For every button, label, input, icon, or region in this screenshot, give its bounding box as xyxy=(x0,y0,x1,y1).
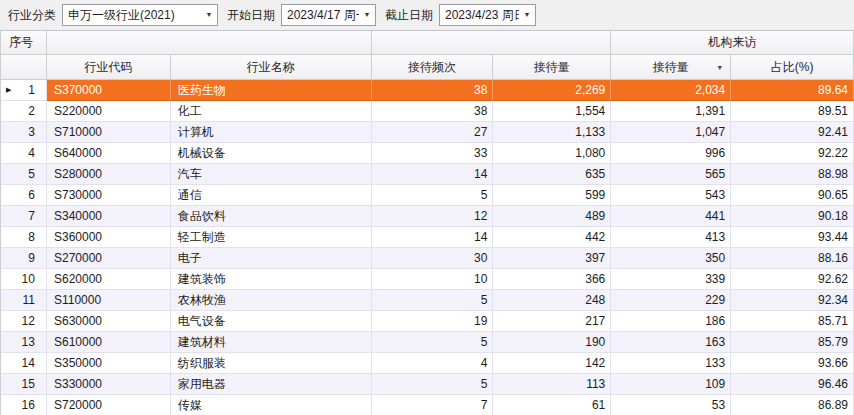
column-header-reception-frequency[interactable]: 接待频次 xyxy=(372,55,494,80)
column-header-org-reception-volume-label: 接待量 xyxy=(653,59,689,76)
cell-industry-code: S330000 xyxy=(47,374,171,395)
cell-industry-code-text: S350000 xyxy=(54,356,102,370)
cell-reception-volume-text: 2,269 xyxy=(575,83,605,97)
cell-seq-text: 15 xyxy=(22,377,35,391)
start-date-picker[interactable]: 2023/4/17 周一 ▼ xyxy=(281,4,376,26)
cell-reception-volume: 1,080 xyxy=(493,143,611,164)
table-row[interactable]: 16S720000传媒7615386.89 xyxy=(1,395,854,415)
cell-reception-frequency: 5 xyxy=(372,290,494,311)
cell-reception-volume-text: 142 xyxy=(585,356,605,370)
cell-org-reception-volume: 441 xyxy=(611,206,731,227)
chevron-down-icon[interactable]: ▼ xyxy=(201,4,217,26)
cell-org-reception-volume: 2,034 xyxy=(611,80,731,101)
cell-industry-code-text: S330000 xyxy=(54,377,102,391)
column-header-industry-name[interactable]: 行业名称 xyxy=(171,55,372,80)
cell-org-ratio: 93.44 xyxy=(731,227,854,248)
cell-org-reception-volume-text: 996 xyxy=(705,146,725,160)
industry-class-combobox[interactable]: 申万一级行业(2021) ▼ xyxy=(62,4,218,26)
cell-reception-volume: 217 xyxy=(493,311,611,332)
cell-reception-volume: 442 xyxy=(493,227,611,248)
table-row[interactable]: 11S110000农林牧渔524822992.34 xyxy=(1,290,854,311)
cell-industry-code: S620000 xyxy=(47,269,171,290)
cell-industry-name: 电子 xyxy=(171,248,372,269)
cell-industry-code-text: S620000 xyxy=(54,272,102,286)
cell-reception-frequency: 33 xyxy=(372,143,494,164)
table-row[interactable]: 10S620000建筑装饰1036633992.62 xyxy=(1,269,854,290)
cell-reception-frequency-text: 5 xyxy=(481,377,488,391)
cell-reception-volume-text: 1,133 xyxy=(575,125,605,139)
table-row[interactable]: 14S350000纺织服装414213393.66 xyxy=(1,353,854,374)
cell-reception-frequency: 10 xyxy=(372,269,494,290)
cell-org-reception-volume-text: 163 xyxy=(705,335,725,349)
end-date-label: 截止日期 xyxy=(385,7,433,24)
cell-industry-name-text: 家用电器 xyxy=(178,376,226,393)
table-row[interactable]: 4S640000机械设备331,08099692.22 xyxy=(1,143,854,164)
table-row[interactable]: 3S710000计算机271,1331,04792.41 xyxy=(1,122,854,143)
table-row[interactable]: 13S610000建筑材料519016385.79 xyxy=(1,332,854,353)
cell-industry-code-text: S280000 xyxy=(54,167,102,181)
cell-org-reception-volume: 413 xyxy=(611,227,731,248)
cell-seq: 16 xyxy=(1,395,47,415)
cell-industry-code-text: S630000 xyxy=(54,314,102,328)
cell-reception-frequency-text: 12 xyxy=(474,209,487,223)
cell-org-reception-volume: 350 xyxy=(611,248,731,269)
table-row[interactable]: 5S280000汽车1463556588.98 xyxy=(1,164,854,185)
cell-org-reception-volume-text: 543 xyxy=(705,188,725,202)
cell-reception-frequency: 38 xyxy=(372,101,494,122)
table-row[interactable]: 12S630000电气设备1921718685.71 xyxy=(1,311,854,332)
cell-reception-frequency: 30 xyxy=(372,248,494,269)
cell-org-ratio-text: 90.65 xyxy=(818,188,848,202)
cell-reception-frequency: 4 xyxy=(372,353,494,374)
table-row[interactable]: 15S330000家用电器511310996.46 xyxy=(1,374,854,395)
cell-industry-name: 传媒 xyxy=(171,395,372,415)
cell-org-reception-volume-text: 186 xyxy=(705,314,725,328)
table-row[interactable]: 6S730000通信559954390.65 xyxy=(1,185,854,206)
column-header-industry-code[interactable]: 行业代码 xyxy=(47,55,171,80)
cell-reception-volume-text: 366 xyxy=(585,272,605,286)
column-header-org-reception-volume[interactable]: 接待量 ▼ xyxy=(611,55,731,80)
chevron-down-icon[interactable]: ▼ xyxy=(519,4,535,26)
cell-industry-name-text: 医药生物 xyxy=(178,82,226,99)
table-row[interactable]: 7S340000食品饮料1248944190.18 xyxy=(1,206,854,227)
industry-data-grid: 序号 机构来访 行业代码 行业名称 接待频次 接待量 接待量 ▼ 占比(%) ▶… xyxy=(0,31,854,415)
cell-org-ratio-text: 88.98 xyxy=(818,167,848,181)
cell-reception-volume-text: 442 xyxy=(585,230,605,244)
cell-org-reception-volume: 339 xyxy=(611,269,731,290)
cell-org-ratio: 89.51 xyxy=(731,101,854,122)
cell-org-ratio: 92.22 xyxy=(731,143,854,164)
band-org-visit: 机构来访 xyxy=(611,31,854,55)
cell-reception-frequency-text: 30 xyxy=(474,251,487,265)
seq-column-header[interactable]: 序号 xyxy=(1,31,47,55)
cell-industry-name-text: 食品饮料 xyxy=(178,208,226,225)
table-row[interactable]: 8S360000轻工制造1444241393.44 xyxy=(1,227,854,248)
cell-reception-frequency-text: 5 xyxy=(481,188,488,202)
cell-org-ratio: 92.41 xyxy=(731,122,854,143)
column-header-org-ratio[interactable]: 占比(%) xyxy=(731,55,854,80)
chevron-down-icon[interactable]: ▼ xyxy=(359,4,375,26)
cell-reception-frequency: 14 xyxy=(372,164,494,185)
cell-org-ratio: 96.46 xyxy=(731,374,854,395)
cell-industry-code-text: S270000 xyxy=(54,251,102,265)
cell-reception-volume: 113 xyxy=(493,374,611,395)
cell-org-ratio: 92.34 xyxy=(731,290,854,311)
seq-column-subheader xyxy=(1,55,47,80)
table-row[interactable]: ▶1S370000医药生物382,2692,03489.64 xyxy=(1,80,854,101)
cell-org-reception-volume: 163 xyxy=(611,332,731,353)
table-row[interactable]: 9S270000电子3039735088.16 xyxy=(1,248,854,269)
cell-org-reception-volume-text: 339 xyxy=(705,272,725,286)
cell-seq: 6 xyxy=(1,185,47,206)
cell-org-reception-volume-text: 565 xyxy=(705,167,725,181)
cell-reception-frequency-text: 38 xyxy=(474,83,487,97)
cell-reception-frequency-text: 33 xyxy=(474,146,487,160)
end-date-picker[interactable]: 2023/4/23 周日 ▼ xyxy=(439,4,536,26)
cell-reception-volume-text: 489 xyxy=(585,209,605,223)
cell-reception-volume: 248 xyxy=(493,290,611,311)
cell-seq-text: 8 xyxy=(28,230,35,244)
cell-org-ratio-text: 92.62 xyxy=(818,272,848,286)
table-row[interactable]: 2S220000化工381,5541,39189.51 xyxy=(1,101,854,122)
cell-seq-text: 16 xyxy=(22,398,35,412)
cell-industry-code-text: S730000 xyxy=(54,188,102,202)
cell-seq-text: 4 xyxy=(28,146,35,160)
cell-industry-name: 建筑装饰 xyxy=(171,269,372,290)
column-header-reception-volume[interactable]: 接待量 xyxy=(493,55,611,80)
